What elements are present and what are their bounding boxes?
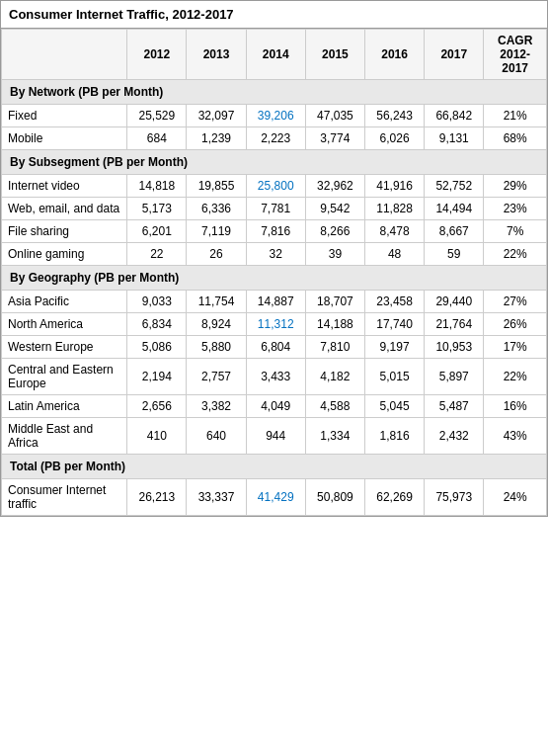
row-cell-7: 68% — [484, 127, 547, 150]
row-cell-7: 23% — [484, 198, 547, 220]
row-label: Mobile — [2, 127, 127, 150]
row-cell-5: 62,269 — [364, 479, 424, 516]
row-cell-7: 22% — [484, 243, 547, 266]
row-cell-3: 4,049 — [246, 395, 305, 418]
row-cell-2: 11,754 — [187, 291, 246, 313]
table-row: Consumer Internet traffic26,21333,33741,… — [2, 479, 547, 516]
section-label-2: By Geography (PB per Month) — [2, 266, 547, 291]
row-cell-2: 5,880 — [187, 336, 246, 359]
row-cell-5: 1,816 — [364, 418, 424, 455]
row-cell-5: 5,045 — [364, 395, 424, 418]
header-2016: 2016 — [364, 30, 424, 80]
table-row: North America6,8348,92411,31214,18817,74… — [2, 313, 547, 336]
header-2017: 2017 — [425, 30, 484, 80]
row-label: Asia Pacific — [2, 291, 127, 313]
row-cell-7: 26% — [484, 313, 547, 336]
row-cell-1: 6,834 — [127, 313, 187, 336]
table-title: Consumer Internet Traffic, 2012-2017 — [1, 1, 547, 29]
row-cell-4: 4,182 — [305, 359, 364, 395]
row-cell-6: 9,131 — [425, 127, 484, 150]
row-cell-1: 5,173 — [127, 198, 187, 220]
table-row: Web, email, and data5,1736,3367,7819,542… — [2, 198, 547, 220]
row-cell-2: 2,757 — [187, 359, 246, 395]
row-cell-2: 19,855 — [187, 175, 246, 198]
row-cell-3: 11,312 — [246, 313, 305, 336]
row-cell-1: 410 — [127, 418, 187, 455]
row-cell-3: 6,804 — [246, 336, 305, 359]
row-cell-6: 8,667 — [425, 220, 484, 243]
row-label: Consumer Internet traffic — [2, 479, 127, 516]
row-cell-5: 9,197 — [364, 336, 424, 359]
row-cell-6: 2,432 — [425, 418, 484, 455]
row-cell-6: 21,764 — [425, 313, 484, 336]
row-cell-7: 17% — [484, 336, 547, 359]
row-cell-1: 5,086 — [127, 336, 187, 359]
row-cell-7: 16% — [484, 395, 547, 418]
row-cell-1: 2,656 — [127, 395, 187, 418]
table-row: Central and Eastern Europe2,1942,7573,43… — [2, 359, 547, 395]
row-label: Internet video — [2, 175, 127, 198]
header-2013: 2013 — [187, 30, 246, 80]
row-cell-1: 2,194 — [127, 359, 187, 395]
row-cell-5: 17,740 — [364, 313, 424, 336]
row-cell-5: 6,026 — [364, 127, 424, 150]
row-label: Web, email, and data — [2, 198, 127, 220]
header-row: 2012 2013 2014 2015 2016 2017 CAGR 2012-… — [2, 30, 547, 80]
row-cell-2: 33,337 — [187, 479, 246, 516]
row-cell-2: 1,239 — [187, 127, 246, 150]
row-cell-4: 18,707 — [305, 291, 364, 313]
row-cell-7: 27% — [484, 291, 547, 313]
header-2014: 2014 — [246, 30, 305, 80]
row-cell-7: 21% — [484, 105, 547, 127]
row-cell-4: 4,588 — [305, 395, 364, 418]
row-cell-2: 32,097 — [187, 105, 246, 127]
section-header-3: Total (PB per Month) — [2, 455, 547, 479]
row-cell-1: 26,213 — [127, 479, 187, 516]
row-cell-3: 14,887 — [246, 291, 305, 313]
table-row: Fixed25,52932,09739,20647,03556,24366,84… — [2, 105, 547, 127]
row-label: Fixed — [2, 105, 127, 127]
row-cell-3: 7,781 — [246, 198, 305, 220]
row-cell-3: 3,433 — [246, 359, 305, 395]
row-cell-3: 39,206 — [246, 105, 305, 127]
row-label: Online gaming — [2, 243, 127, 266]
row-cell-5: 41,916 — [364, 175, 424, 198]
row-cell-3: 2,223 — [246, 127, 305, 150]
row-cell-6: 59 — [425, 243, 484, 266]
row-label: North America — [2, 313, 127, 336]
data-table: 2012 2013 2014 2015 2016 2017 CAGR 2012-… — [1, 29, 547, 516]
row-cell-5: 23,458 — [364, 291, 424, 313]
row-cell-3: 7,816 — [246, 220, 305, 243]
row-cell-5: 56,243 — [364, 105, 424, 127]
row-cell-6: 52,752 — [425, 175, 484, 198]
row-cell-2: 3,382 — [187, 395, 246, 418]
row-cell-2: 8,924 — [187, 313, 246, 336]
row-cell-5: 11,828 — [364, 198, 424, 220]
row-cell-3: 41,429 — [246, 479, 305, 516]
row-cell-4: 39 — [305, 243, 364, 266]
row-cell-6: 29,440 — [425, 291, 484, 313]
row-label: File sharing — [2, 220, 127, 243]
table-row: Middle East and Africa4106409441,3341,81… — [2, 418, 547, 455]
row-cell-2: 640 — [187, 418, 246, 455]
row-cell-3: 25,800 — [246, 175, 305, 198]
row-cell-5: 48 — [364, 243, 424, 266]
row-cell-4: 1,334 — [305, 418, 364, 455]
row-cell-5: 8,478 — [364, 220, 424, 243]
row-cell-6: 10,953 — [425, 336, 484, 359]
row-cell-4: 50,809 — [305, 479, 364, 516]
row-cell-1: 14,818 — [127, 175, 187, 198]
row-cell-2: 26 — [187, 243, 246, 266]
row-cell-7: 24% — [484, 479, 547, 516]
header-2015: 2015 — [305, 30, 364, 80]
row-cell-4: 8,266 — [305, 220, 364, 243]
table-row: Western Europe5,0865,8806,8047,8109,1971… — [2, 336, 547, 359]
row-cell-5: 5,015 — [364, 359, 424, 395]
row-cell-6: 75,973 — [425, 479, 484, 516]
section-header-0: By Network (PB per Month) — [2, 80, 547, 105]
row-cell-3: 32 — [246, 243, 305, 266]
section-label-1: By Subsegment (PB per Month) — [2, 150, 547, 175]
table-row: Mobile6841,2392,2233,7746,0269,13168% — [2, 127, 547, 150]
row-cell-4: 47,035 — [305, 105, 364, 127]
row-cell-1: 9,033 — [127, 291, 187, 313]
